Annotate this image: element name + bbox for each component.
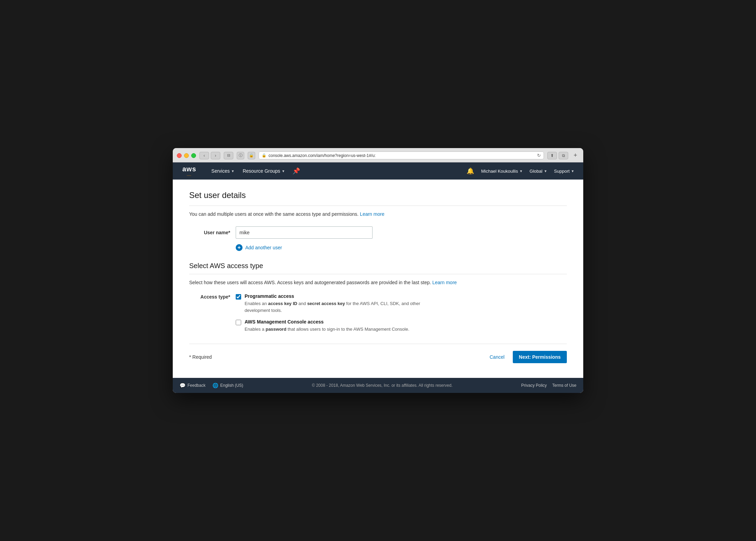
feedback-icon: 💬 [180,383,185,388]
services-menu[interactable]: Services ▼ [207,162,239,180]
footer-right: Privacy Policy Terms of Use [521,383,576,388]
access-divider [189,274,567,274]
footer-actions: Cancel Next: Permissions [485,351,567,363]
secret-access-key-bold: secret access key [307,301,345,306]
region-label: Global [530,169,543,174]
user-name-input[interactable] [236,226,373,239]
site-footer: 💬 Feedback 🌐 English (US) © 2008 - 2018,… [173,378,583,393]
intro-text-content: You can add multiple users at once with … [189,211,359,217]
info-button[interactable]: ⓘ [237,152,244,159]
new-tab-button[interactable]: ⧉ [559,152,568,159]
traffic-lights [177,153,196,158]
lock-icon: 🔒 [262,153,266,158]
access-type-label: Access type* [189,293,230,300]
user-chevron-icon: ▼ [519,169,523,173]
add-another-user-row: + Add another user [236,244,567,251]
privacy-policy-link[interactable]: Privacy Policy [521,383,547,388]
programmatic-access-checkbox[interactable] [236,294,241,300]
access-type-row: Access type* Programmatic access Enables… [189,293,567,333]
console-access-content: AWS Management Console access Enables a … [245,319,409,333]
user-menu[interactable]: Michael Koukoullis ▼ [478,169,526,174]
pin-icon[interactable]: 📌 [289,167,303,175]
resource-groups-label: Resource Groups [243,168,280,174]
support-label: Support [554,169,570,174]
programmatic-checkbox-wrap [236,294,241,301]
reload-button[interactable]: ↻ [537,153,541,158]
next-permissions-button[interactable]: Next: Permissions [513,351,567,363]
console-access-option: AWS Management Console access Enables a … [236,319,443,333]
user-name-row: User name* [189,226,567,239]
terms-of-use-link[interactable]: Terms of Use [552,383,576,388]
access-key-id-bold: access key ID [268,301,297,306]
url-text[interactable]: console.aws.amazon.com/iam/home?region=u… [269,153,535,158]
console-access-title: AWS Management Console access [245,319,409,325]
browser-chrome: ‹ › ⊟ ⓘ 🔒 🔒 console.aws.amazon.com/iam/h… [173,148,583,162]
cancel-button[interactable]: Cancel [485,352,509,362]
intro-text: You can add multiple users at once with … [189,211,567,217]
language-label: English (US) [220,383,243,388]
share-button[interactable]: ⬆ [547,152,557,159]
console-access-desc: Enables a password that allows users to … [245,326,409,333]
learn-more-link-2[interactable]: Learn more [432,280,457,285]
user-name-label: User name* [189,230,230,235]
main-content: Set user details You can add multiple us… [173,180,583,378]
services-chevron-icon: ▼ [231,169,235,173]
access-section-info: Select how these users will access AWS. … [189,280,567,285]
globe-icon: 🌐 [212,383,218,388]
user-name: Michael Koukoullis [481,169,518,174]
bell-icon[interactable]: 🔔 [463,167,478,175]
region-menu[interactable]: Global ▼ [526,169,550,174]
feedback-label: Feedback [187,383,206,388]
close-button[interactable] [177,153,182,158]
support-chevron-icon: ▼ [571,169,574,173]
password-bold: password [265,327,286,332]
title-divider [189,206,567,206]
console-access-checkbox[interactable] [236,320,241,325]
maximize-button[interactable] [191,153,196,158]
programmatic-access-desc: Enables an access key ID and secret acce… [245,300,443,314]
programmatic-access-title: Programmatic access [245,293,443,299]
required-note: * Required [189,354,212,360]
footer-left: 💬 Feedback 🌐 English (US) [180,383,243,388]
support-menu[interactable]: Support ▼ [551,169,578,174]
language-selector[interactable]: 🌐 English (US) [212,383,243,388]
access-section-title: Select AWS access type [189,262,567,270]
services-label: Services [211,168,230,174]
aws-logo-smile: ﹏ [187,172,192,176]
page-title: Set user details [189,190,567,200]
feedback-button[interactable]: 💬 Feedback [180,383,206,388]
footer-bar: * Required Cancel Next: Permissions [189,344,567,363]
access-options: Programmatic access Enables an access ke… [236,293,443,333]
aws-logo[interactable]: aws ﹏ [178,163,200,179]
forward-button[interactable]: › [211,152,220,159]
shield-button[interactable]: 🔒 [248,152,255,159]
region-chevron-icon: ▼ [544,169,547,173]
copyright-text: © 2008 - 2018, Amazon Web Services, Inc.… [312,383,453,388]
back-button[interactable]: ‹ [199,152,209,159]
minimize-button[interactable] [184,153,189,158]
add-user-icon[interactable]: + [236,244,243,251]
programmatic-access-option: Programmatic access Enables an access ke… [236,293,443,314]
learn-more-link-1[interactable]: Learn more [360,211,384,217]
sidebar-button[interactable]: ⊟ [224,152,233,159]
browser-actions: ⬆ ⧉ [547,152,568,159]
address-bar: 🔒 console.aws.amazon.com/iam/home?region… [259,151,544,159]
programmatic-access-content: Programmatic access Enables an access ke… [245,293,443,314]
add-tab-button[interactable]: + [572,152,579,159]
resource-groups-menu[interactable]: Resource Groups ▼ [238,162,289,180]
resource-groups-chevron-icon: ▼ [282,169,285,173]
access-section-desc: Select how these users will access AWS. … [189,280,431,285]
nav-buttons: ‹ › [199,152,220,159]
add-another-user-link[interactable]: Add another user [245,245,282,250]
aws-navbar: aws ﹏ Services ▼ Resource Groups ▼ 📌 🔔 M… [173,162,583,180]
console-checkbox-wrap [236,320,241,327]
